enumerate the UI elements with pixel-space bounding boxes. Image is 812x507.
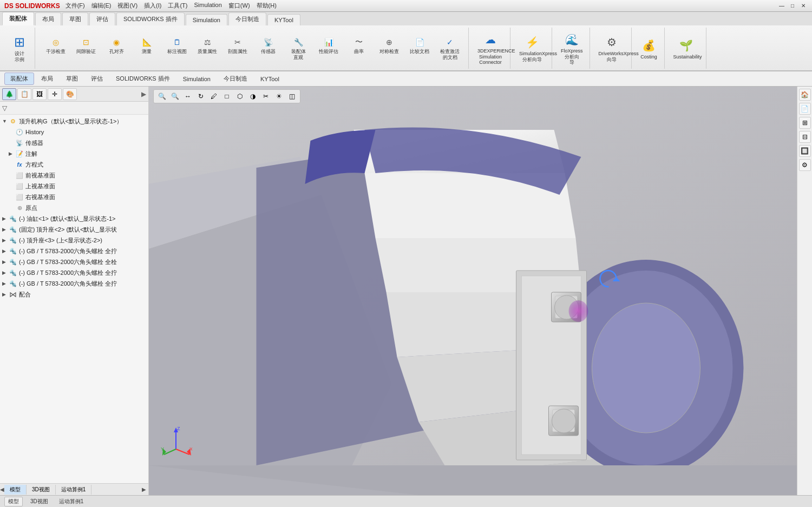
menu-edit[interactable]: 编辑(E) <box>91 2 112 10</box>
tree-item-mate[interactable]: ▶ ⋈ 配合 <box>0 289 148 300</box>
tab-kytool[interactable]: KYTool <box>267 14 300 25</box>
tree-item-annotation[interactable]: ▶ 📝 注解 <box>0 148 148 159</box>
vp-btn-hide-lines[interactable]: ◑ <box>247 91 259 102</box>
vp-btn-zoom-to-fit[interactable]: 🔍 <box>156 91 168 102</box>
panel-tab-arrow[interactable]: ▶ <box>141 90 146 98</box>
statusbar-model-tab[interactable]: 模型 <box>4 497 23 506</box>
bottom-tab-3dview[interactable]: 3D视图 <box>27 485 56 495</box>
tree-item-right-plane[interactable]: ⬜ 右视基准面 <box>0 192 148 202</box>
vp-btn-pan[interactable]: ↔ <box>182 91 194 102</box>
app-logo: DS SOLIDWORKS <box>4 2 60 10</box>
menu-file[interactable]: 文件(F) <box>66 2 85 10</box>
menu-view[interactable]: 视图(V) <box>117 2 137 10</box>
statusbar-3dview-tab[interactable]: 3D视图 <box>27 497 51 506</box>
close-button[interactable]: ✕ <box>799 2 808 10</box>
tree-item-front-plane[interactable]: ⬜ 前视基准面 <box>0 170 148 181</box>
viewport-toolbar-inner: 🔍 🔍 ↔ ↻ 🖊 □ ⬡ ◑ ✂ ☀ ◫ <box>153 89 300 103</box>
ribbon-item-section[interactable]: ✂ 剖面属性 <box>224 35 252 62</box>
menu-tools[interactable]: 工具(T) <box>168 2 187 10</box>
compare-check-label: 对称检查 <box>379 49 399 55</box>
rt-btn-zoom-out[interactable]: ⊟ <box>799 131 811 143</box>
ribbon-item-measure[interactable]: 📐 测量 <box>133 35 161 62</box>
ribbon-item-compare-check[interactable]: ⊕ 对称检查 <box>375 35 403 62</box>
tree-item-sensor[interactable]: 📡 传感器 <box>0 137 148 148</box>
tree-item-bolt4[interactable]: ▶ 🔩 (-) GB / T 5783-2000六角头螺栓 全拧 <box>0 278 148 289</box>
menu-insert[interactable]: 插入(I) <box>144 2 161 10</box>
vp-btn-view-orient[interactable]: □ <box>221 91 233 102</box>
rt-btn-document[interactable]: 📄 <box>799 103 811 115</box>
ribbon-item-check-active[interactable]: ✓ 检查激活的文档 <box>436 35 464 62</box>
tree-item-equation[interactable]: fx 方程式 <box>0 159 148 170</box>
scroll-right-btn[interactable]: ▶ <box>142 486 148 492</box>
sec-tab-evaluate[interactable]: 评估 <box>85 73 109 85</box>
panel-tab-tree[interactable]: 🌲 <box>2 88 16 100</box>
panel-tab-move[interactable]: ✛ <box>48 88 62 100</box>
tree-item-lift-seat3[interactable]: ▶ 🔩 (-) 顶升座<3> (上<显示状态-2>) <box>0 235 148 246</box>
menu-simulation[interactable]: Simulation <box>194 2 222 10</box>
tree-item-bolt2[interactable]: ▶ 🔩 (-) GB / T 5783-2000六角头螺栓 全栓 <box>0 256 148 267</box>
tab-simulation[interactable]: Simulation <box>186 14 227 25</box>
panel-tab-props[interactable]: 📋 <box>17 88 31 100</box>
viewport[interactable]: 🔍 🔍 ↔ ↻ 🖊 □ ⬡ ◑ ✂ ☀ ◫ <box>149 87 797 495</box>
sec-tab-sketch[interactable]: 草图 <box>60 73 84 85</box>
vp-btn-zoom-area[interactable]: 🔍 <box>169 91 181 102</box>
tab-assembly[interactable]: 装配体 <box>2 12 34 25</box>
tab-layout[interactable]: 布局 <box>35 12 61 25</box>
vp-btn-perspective[interactable]: ◫ <box>286 91 298 102</box>
sec-tab-simulation[interactable]: Simulation <box>177 74 217 84</box>
sec-tab-today-mfg[interactable]: 今日制造 <box>218 73 253 85</box>
tree-item-cylinder[interactable]: ▶ 🔩 (-) 油缸<1> (默认<默认_显示状态-1> <box>0 213 148 224</box>
panel-tab-appear[interactable]: 🎨 <box>63 88 77 100</box>
vp-btn-select[interactable]: 🖊 <box>208 91 220 102</box>
tree-item-bolt3[interactable]: ▶ 🔩 (-) GB / T 5783-2000六角头螺栓 全拧 <box>0 267 148 278</box>
rt-btn-display-pane[interactable]: 🔲 <box>799 145 811 157</box>
bottom-tab-model[interactable]: 模型 <box>4 485 27 495</box>
minimize-button[interactable]: — <box>777 2 786 10</box>
tree-root[interactable]: ▼ ⚙ 顶升机构G（默认<默认_显示状态-1>） <box>0 116 148 127</box>
tab-today-manufacturing[interactable]: 今日制造 <box>228 12 266 25</box>
ribbon-item-compare-doc[interactable]: 📄 比较文档 <box>405 35 434 62</box>
sec-tab-kytool[interactable]: KYTool <box>254 74 285 84</box>
vp-btn-display-mode[interactable]: ⬡ <box>234 91 246 102</box>
tree-item-fixed-seat[interactable]: ▶ 🔩 (固定) 顶升座<2> (默认<默认_显示状 <box>0 224 148 235</box>
maximize-button[interactable]: □ <box>788 2 797 10</box>
tree-item-top-plane[interactable]: ⬜ 上视基准面 <box>0 181 148 192</box>
tab-evaluate[interactable]: 评估 <box>89 12 115 25</box>
ribbon-item-design-example[interactable]: ⊞ 设计示例 <box>9 32 30 64</box>
panel-tab-display[interactable]: 🖼 <box>32 88 47 100</box>
ribbon-item-performance[interactable]: 📊 性能评估 <box>315 35 343 62</box>
ribbon-item-interference[interactable]: ◎ 干涉检查 <box>42 35 70 62</box>
rt-btn-home[interactable]: 🏠 <box>799 89 811 101</box>
ribbon-item-assembly-visual[interactable]: 🔧 装配体直观 <box>284 35 312 62</box>
menu-help[interactable]: 帮助(H) <box>257 2 277 10</box>
tree-item-bolt1[interactable]: ▶ 🔩 (-) GB / T 5783-2000六角头螺栓 全拧 <box>0 246 148 256</box>
tree-item-origin[interactable]: ⊕ 原点 <box>0 202 148 213</box>
ribbon-item-floxpress[interactable]: 🌊 FloXpress分析向导 <box>559 30 585 67</box>
ribbon-item-annotation-view[interactable]: 🗒 标注视图 <box>163 35 191 62</box>
ribbon-item-curve[interactable]: 〜 曲率 <box>345 35 373 62</box>
vp-btn-lighting[interactable]: ☀ <box>273 91 285 102</box>
ribbon-item-3dexperience[interactable]: ☁ 3DEXPERIENCESimulationConnector <box>475 30 506 67</box>
menu-window[interactable]: 窗口(W) <box>228 2 250 10</box>
ribbon-item-costing[interactable]: 💰 Costing <box>638 36 660 61</box>
vp-btn-section[interactable]: ✂ <box>260 91 272 102</box>
ribbon-item-simxpress[interactable]: ⚡ SimulationXpress分析向导 <box>517 32 547 64</box>
ribbon-item-quality[interactable]: ⚖ 质量属性 <box>193 35 221 62</box>
ribbon-item-driveworks[interactable]: ⚙ DriveWorksXpress向导 <box>597 32 627 64</box>
sec-tab-layout[interactable]: 布局 <box>35 73 59 85</box>
ribbon-item-hole-align[interactable]: ◉ 孔对齐 <box>102 35 130 62</box>
ribbon-item-sustainability[interactable]: 🌱 Sustainability <box>671 36 702 61</box>
tab-sketch[interactable]: 草图 <box>62 12 88 25</box>
sec-tab-assembly[interactable]: 装配体 <box>4 73 34 85</box>
vp-btn-rotate[interactable]: ↻ <box>195 91 207 102</box>
scroll-left-btn[interactable]: ◀ <box>0 486 4 492</box>
sec-tab-sw-plugins[interactable]: SOLIDWORKS 插件 <box>110 73 176 85</box>
statusbar-motion-tab[interactable]: 运动算例1 <box>56 497 87 506</box>
ribbon-item-clearance[interactable]: ⊡ 间隙验证 <box>72 35 100 62</box>
ribbon-item-sensor[interactable]: 📡 传感器 <box>254 35 282 62</box>
tab-sw-plugins[interactable]: SOLIDWORKS 插件 <box>116 12 185 25</box>
rt-btn-settings[interactable]: ⚙ <box>799 159 811 171</box>
tree-item-history[interactable]: 🕐 History <box>0 127 148 137</box>
rt-btn-zoom-in[interactable]: ⊞ <box>799 117 811 129</box>
bottom-tab-motion[interactable]: 运动算例1 <box>56 485 92 495</box>
